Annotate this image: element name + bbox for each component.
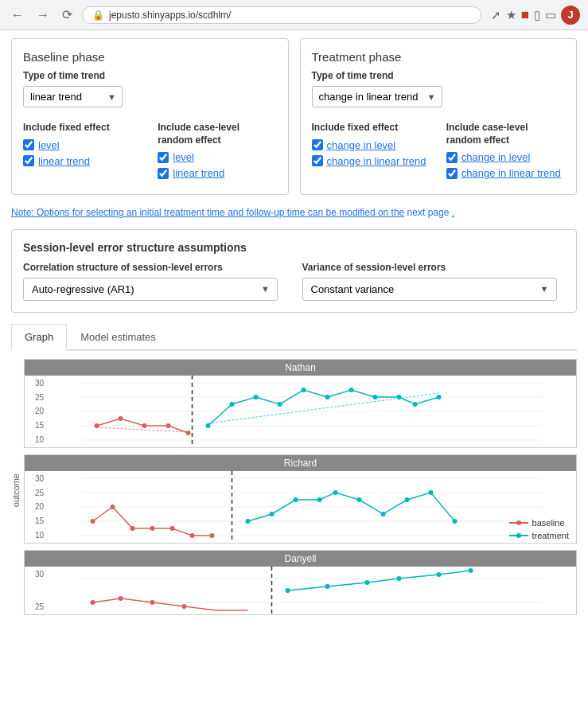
back-button[interactable]: ← [8, 6, 27, 24]
baseline-random-level-check[interactable] [158, 152, 169, 163]
treatment-random-level-check[interactable] [446, 152, 458, 163]
svg-point-17 [349, 388, 354, 392]
treatment-random-level[interactable]: change in level [446, 151, 565, 163]
baseline-fixed-level[interactable]: level [23, 139, 142, 151]
nathan-y-axis: 30 25 20 15 10 [25, 376, 47, 447]
nathan-plot [47, 376, 576, 447]
treatment-trend-label: Type of time trend [312, 70, 566, 81]
treatment-title: Treatment phase [312, 50, 566, 64]
svg-point-21 [437, 395, 442, 399]
treatment-random-col: Include case-level random effect change … [446, 122, 565, 183]
svg-point-43 [381, 512, 386, 516]
baseline-random-level[interactable]: level [158, 151, 276, 163]
baseline-trend-label: Type of time trend [23, 70, 277, 81]
chart-richard-body: 30 25 20 15 10 [25, 471, 576, 543]
treatment-fixed-level-check[interactable] [312, 139, 323, 150]
danyell-plot [47, 567, 576, 614]
treatment-fixed-header: Include fixed effect [312, 122, 430, 134]
legend-baseline-line [509, 519, 528, 527]
danyell-svg [47, 567, 576, 614]
svg-point-55 [325, 584, 330, 589]
svg-point-57 [397, 576, 402, 581]
nathan-svg [47, 376, 576, 447]
variance-group: Variance of session-level errors Constan… [302, 262, 566, 301]
browser-chrome: ← → ⟳ 🔒 jepusto.shinyapps.io/scdhlm/ ➚ ★… [0, 0, 588, 30]
baseline-random-level-label: level [173, 151, 194, 163]
forward-button[interactable]: → [33, 6, 53, 24]
treatment-random-trend[interactable]: change in linear trend [446, 167, 565, 179]
svg-point-53 [182, 604, 187, 609]
page-content: Baseline phase Type of time trend linear… [0, 30, 588, 629]
svg-point-61 [516, 520, 521, 525]
baseline-title: Baseline phase [23, 50, 277, 64]
extension-icon[interactable]: ▯ [534, 8, 540, 22]
danyell-y-axis: 30 25 [25, 567, 47, 614]
svg-point-10 [186, 431, 191, 435]
variance-select[interactable]: Constant variance Varying variance [302, 278, 557, 301]
chart-danyell-header: Danyell [25, 551, 576, 567]
svg-line-23 [208, 393, 439, 423]
baseline-random-header: Include case-level random effect [158, 122, 276, 146]
url-text: jepusto.shinyapps.io/scdhlm/ [109, 10, 471, 21]
charts-col: Nathan 30 25 20 15 10 [24, 359, 577, 622]
baseline-panel: Baseline phase Type of time trend linear… [11, 38, 289, 195]
share-icon[interactable]: ➚ [491, 8, 501, 22]
svg-point-37 [246, 519, 251, 524]
svg-point-8 [142, 423, 147, 428]
treatment-trend-select-wrapper: change in linear trend change linear tre… [312, 86, 442, 107]
svg-point-50 [91, 600, 95, 605]
treatment-random-trend-check[interactable] [446, 168, 458, 179]
treatment-fixed-trend-check[interactable] [312, 155, 323, 166]
baseline-fixed-level-check[interactable] [23, 139, 34, 150]
svg-point-11 [206, 423, 211, 428]
baseline-fixed-col: Include fixed effect level linear trend [23, 122, 142, 183]
richard-svg [47, 471, 576, 543]
treatment-fixed-level[interactable]: change in level [312, 139, 430, 151]
treatment-trend-select[interactable]: change in linear trend change linear tre… [312, 86, 442, 107]
svg-point-30 [91, 519, 95, 524]
svg-point-35 [190, 533, 195, 538]
tab-model-estimates[interactable]: Model estimates [67, 324, 169, 351]
treatment-fixed-trend[interactable]: change in linear trend [312, 155, 430, 167]
note-link[interactable]: next page [407, 207, 450, 218]
svg-point-58 [437, 572, 442, 577]
svg-point-20 [413, 402, 418, 407]
baseline-trend-select-wrapper: linear trend no trend quadratic trend ▼ [23, 86, 123, 107]
avatar[interactable]: J [561, 6, 580, 25]
window-icon[interactable]: ▭ [545, 8, 556, 22]
baseline-fixed-trend[interactable]: linear trend [23, 155, 142, 167]
treatment-fixed-trend-label: change in linear trend [327, 155, 426, 167]
svg-point-9 [166, 423, 171, 428]
bookmark-icon[interactable]: ★ [506, 8, 516, 22]
baseline-fixed-trend-label: linear trend [38, 155, 90, 167]
svg-point-41 [333, 490, 338, 495]
svg-point-45 [429, 490, 434, 495]
baseline-random-trend-check[interactable] [158, 168, 169, 179]
svg-point-52 [150, 600, 155, 605]
correlation-label: Correlation structure of session-level e… [23, 262, 286, 273]
legend-baseline-label: baseline [532, 518, 565, 528]
tabs-bar: Graph Model estimates [11, 324, 577, 351]
svg-point-40 [317, 497, 322, 502]
chart-danyell: Danyell 30 25 [24, 550, 577, 615]
reload-button[interactable]: ⟳ [59, 6, 76, 24]
legend: baseline treatment [509, 518, 569, 544]
baseline-fixed-trend-check[interactable] [23, 155, 34, 166]
pdf-icon[interactable]: ■ [521, 7, 529, 23]
legend-treatment: treatment [509, 531, 569, 540]
svg-point-38 [270, 512, 275, 516]
baseline-random-col: Include case-level random effect level l… [158, 122, 276, 183]
baseline-trend-select[interactable]: linear trend no trend quadratic trend [23, 86, 123, 107]
baseline-random-trend[interactable]: linear trend [158, 167, 276, 179]
correlation-select[interactable]: Auto-regressive (AR1) Independent AR2 [23, 278, 278, 301]
dropdowns-row: Correlation structure of session-level e… [23, 262, 565, 301]
chart-nathan-body: 30 25 20 15 10 [25, 376, 576, 447]
treatment-random-trend-label: change in linear trend [461, 167, 561, 179]
tab-graph[interactable]: Graph [11, 324, 67, 351]
baseline-fixed-header: Include fixed effect [23, 122, 142, 134]
svg-point-31 [111, 505, 115, 509]
legend-baseline: baseline [509, 518, 569, 528]
svg-point-39 [294, 497, 298, 502]
svg-point-7 [119, 416, 123, 421]
treatment-panel: Treatment phase Type of time trend chang… [300, 38, 578, 195]
